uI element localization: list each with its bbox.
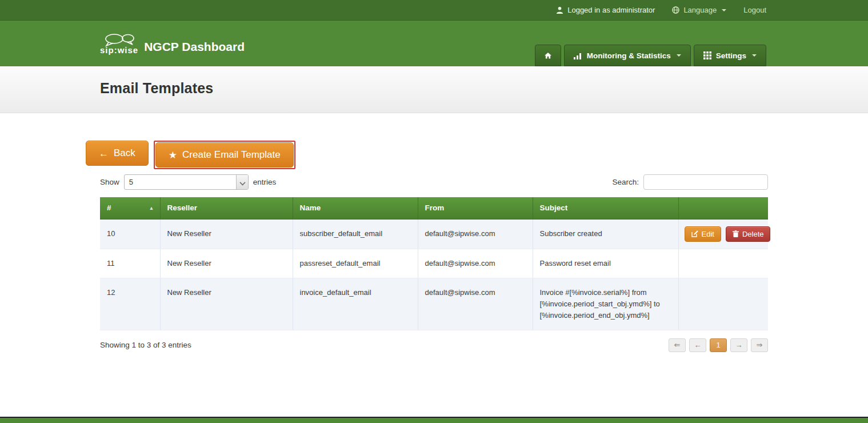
table-row[interactable]: 12 New Reseller invoice_default_email de… <box>100 278 768 330</box>
cell-id: 12 <box>100 278 160 330</box>
sort-asc-icon: ▲ <box>149 205 154 211</box>
cell-reseller: New Reseller <box>160 278 293 330</box>
cell-name: invoice_default_email <box>293 278 418 330</box>
page: Logged in as administrator Language Logo… <box>0 0 868 423</box>
back-arrow-icon: ← <box>99 149 109 158</box>
cell-name: passreset_default_email <box>293 249 418 278</box>
datatable-controls: Show 5 entries Search: <box>100 174 768 190</box>
footer-bar <box>0 417 868 423</box>
chevron-down-icon <box>752 54 757 57</box>
content: ← Back ★ Create Email Template Show 5 <box>0 113 868 352</box>
pagination: ⇐ ← 1 → ⇒ <box>669 338 768 352</box>
page-size-select[interactable]: 5 <box>125 175 248 189</box>
logout-link[interactable]: Logout <box>743 6 766 14</box>
edit-icon <box>691 230 698 237</box>
email-templates-table: # ▲ Reseller Name From Subject 10 New Re… <box>100 197 768 330</box>
showing-entries-text: Showing 1 to 3 of 3 entries <box>100 341 191 349</box>
cell-actions <box>678 249 768 278</box>
back-button[interactable]: ← Back <box>86 141 149 166</box>
globe-icon <box>672 6 679 14</box>
cell-subject: Subscriber created <box>533 219 678 249</box>
column-header-id-label: # <box>107 203 111 212</box>
cell-id: 11 <box>100 249 160 278</box>
app-header: sip:wise NGCP Dashboard Monitoring & Sta… <box>0 21 868 66</box>
monitoring-statistics-label: Monitoring & Statistics <box>587 51 671 60</box>
entries-label: entries <box>253 178 277 186</box>
page-length-control: Show 5 entries <box>100 174 276 190</box>
logged-in-status: Logged in as administrator <box>556 6 655 14</box>
cell-from: default@sipwise.com <box>418 249 533 278</box>
cell-subject: Password reset email <box>533 249 678 278</box>
search-control: Search: <box>612 174 768 190</box>
pagination-prev-button[interactable]: ← <box>689 338 706 352</box>
home-icon <box>545 51 551 60</box>
monitoring-statistics-menu[interactable]: Monitoring & Statistics <box>564 45 691 66</box>
cell-subject: Invoice #[%invoice.serial%] from [%invoi… <box>533 278 678 330</box>
create-template-highlight: ★ Create Email Template <box>154 141 295 169</box>
create-email-template-button[interactable]: ★ Create Email Template <box>155 142 294 167</box>
column-header-from[interactable]: From <box>418 197 533 219</box>
table-header-row: # ▲ Reseller Name From Subject <box>100 197 768 219</box>
brand-logo: sip:wise NGCP Dashboard <box>100 33 245 54</box>
search-label: Search: <box>612 178 639 186</box>
table-row[interactable]: 10 New Reseller subscriber_default_email… <box>100 219 768 249</box>
column-header-subject[interactable]: Subject <box>533 197 678 219</box>
brand-title: NGCP Dashboard <box>144 40 245 54</box>
cell-reseller: New Reseller <box>160 249 293 278</box>
delete-button-label: Delete <box>742 230 764 238</box>
datatable: Show 5 entries Search: <box>100 174 768 352</box>
delete-button[interactable]: Delete <box>726 226 771 242</box>
column-header-reseller[interactable]: Reseller <box>160 197 293 219</box>
star-icon: ★ <box>169 150 177 160</box>
language-menu[interactable]: Language <box>672 6 726 14</box>
cell-name: subscriber_default_email <box>293 219 418 249</box>
chevron-down-icon <box>677 54 681 57</box>
cell-from: default@sipwise.com <box>418 278 533 330</box>
title-band: Email Templates <box>0 66 868 113</box>
speech-bubbles-icon <box>102 33 137 47</box>
cell-id: 10 <box>100 219 160 249</box>
cell-from: default@sipwise.com <box>418 219 533 249</box>
pagination-next-button[interactable]: → <box>730 338 747 352</box>
pagination-last-button[interactable]: ⇒ <box>751 338 768 352</box>
main-nav: Monitoring & Statistics Settings <box>535 45 766 66</box>
settings-label: Settings <box>716 51 746 60</box>
toolbar: ← Back ★ Create Email Template <box>86 141 868 169</box>
language-label: Language <box>683 6 717 14</box>
datatable-footer: Showing 1 to 3 of 3 entries ⇐ ← 1 → ⇒ <box>100 338 768 352</box>
trash-icon <box>733 230 739 237</box>
settings-menu[interactable]: Settings <box>694 45 766 66</box>
page-size-select-wrap: 5 <box>124 174 249 190</box>
search-input[interactable] <box>643 174 768 190</box>
edit-button[interactable]: Edit <box>685 226 721 242</box>
page-title: Email Templates <box>100 80 868 97</box>
grid-icon <box>703 51 711 59</box>
pagination-first-button[interactable]: ⇐ <box>669 338 686 352</box>
table-row[interactable]: 11 New Reseller passreset_default_email … <box>100 249 768 278</box>
column-header-actions <box>678 197 768 219</box>
back-button-label: Back <box>114 147 135 159</box>
sipwise-logo: sip:wise <box>100 33 138 54</box>
create-email-template-label: Create Email Template <box>182 149 281 161</box>
bar-chart-icon <box>574 52 582 59</box>
cell-actions <box>678 278 768 330</box>
edit-button-label: Edit <box>702 230 714 238</box>
cell-reseller: New Reseller <box>160 219 293 249</box>
column-header-name[interactable]: Name <box>293 197 418 219</box>
home-button[interactable] <box>535 45 561 66</box>
topbar: Logged in as administrator Language Logo… <box>0 0 868 21</box>
column-header-id[interactable]: # ▲ <box>100 197 160 219</box>
show-label: Show <box>100 178 119 186</box>
logged-in-text: Logged in as administrator <box>567 6 655 14</box>
cell-actions: Edit Delete <box>678 219 768 249</box>
user-icon <box>556 6 563 14</box>
pagination-page-1-button[interactable]: 1 <box>710 338 727 352</box>
chevron-down-icon <box>722 9 726 11</box>
brand-sipwise-text: sip:wise <box>100 46 138 54</box>
